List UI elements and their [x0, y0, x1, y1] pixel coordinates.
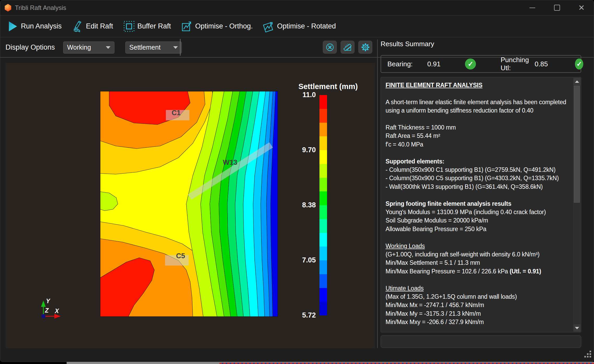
- colorbar: [319, 95, 327, 315]
- edit-raft-button[interactable]: Edit Raft: [72, 20, 113, 32]
- close-button[interactable]: ✕: [569, 0, 594, 15]
- colorbar-tick-label: 11.0: [287, 91, 316, 99]
- toolbar-item-label: Edit Raft: [86, 22, 113, 30]
- report-line: Soil Subgrade Modulus = 20000 kPa/m: [386, 216, 569, 225]
- colorbar-segment: [319, 302, 327, 315]
- colorbar-segment: [319, 246, 327, 260]
- load-case-value: Working: [67, 44, 106, 51]
- report-line: Spring footing finite element analysis r…: [386, 199, 569, 208]
- report-line: Raft Area = 55.44 m²: [386, 132, 569, 140]
- toolbar-item-label: Run Analysis: [21, 22, 62, 30]
- colorbar-segment: [319, 233, 327, 247]
- colorbar-segment: [319, 260, 327, 274]
- results-summary-title: Results Summary: [381, 40, 434, 48]
- punching-value: 0.85: [535, 60, 548, 68]
- background-window-border: [219, 363, 594, 364]
- punching-label: Punching Utl:: [500, 56, 531, 72]
- report-line: f'c = 40.0 MPa: [386, 140, 569, 149]
- app-window: Tribli Raft Analysis ✕ Run Analysis: [0, 0, 594, 362]
- maximize-button[interactable]: [545, 0, 569, 15]
- optimise-rotated-icon: [263, 20, 275, 32]
- colorbar-segment: [319, 150, 327, 164]
- column-label-C5: C5: [176, 252, 185, 260]
- gear-icon: [360, 42, 370, 52]
- buffer-raft-button[interactable]: Buffer Raft: [123, 20, 171, 32]
- minimize-button[interactable]: [520, 0, 545, 15]
- colorbar-tick-label: 7.05: [287, 256, 316, 264]
- report-panel[interactable]: FINITE ELEMENT RAFT ANALYSISA short-term…: [381, 77, 581, 332]
- measure-tool-button[interactable]: [341, 41, 354, 54]
- report-line: using a uniform bending stiffness reduct…: [386, 106, 569, 115]
- report-line: A short-term linear elastic finite eleme…: [386, 98, 569, 106]
- report-line: Min/Max Settlement = 5.1 / 11.3 mm: [386, 259, 569, 267]
- report-line: Working Loads: [386, 242, 569, 250]
- plot-panel[interactable]: C1C5W13 Settlement (mm) 11.09.708.387.05…: [5, 63, 375, 348]
- colorbar-segment: [319, 274, 327, 288]
- z-axis-dot: [41, 314, 45, 318]
- run-analysis-button[interactable]: Run Analysis: [7, 20, 62, 32]
- contour-plot[interactable]: C1C5W13: [100, 91, 278, 317]
- colorbar-segment: [319, 95, 327, 109]
- x-axis-label: X: [54, 308, 59, 314]
- result-type-dropdown[interactable]: Settlement: [125, 42, 182, 54]
- colorbar-tick-label: 8.38: [287, 201, 316, 209]
- report-line: [386, 191, 569, 199]
- colorbar-tick-label: 9.70: [287, 146, 316, 154]
- bearing-label: Bearing:: [387, 60, 413, 68]
- scroll-up-button[interactable]: [574, 78, 580, 85]
- report-line: Min/Max Bearing Pressure = 102.6 / 226.6…: [386, 267, 569, 275]
- play-icon: [7, 20, 19, 32]
- pass-check-icon: ✓: [465, 58, 476, 69]
- result-type-value: Settlement: [129, 44, 173, 51]
- colorbar-segment: [319, 178, 327, 192]
- toolbar-item-label: Optimise - Orthog.: [195, 22, 253, 30]
- results-summary-box: Bearing: 0.91 ✓ Punching Utl: 0.85 ✓: [381, 55, 581, 73]
- divider: [180, 39, 180, 56]
- status-box: [381, 335, 581, 348]
- panel-divider: [377, 39, 378, 348]
- report-line: FINITE ELEMENT RAFT ANALYSIS: [386, 81, 569, 89]
- report-line: [386, 275, 569, 284]
- scroll-down-button[interactable]: [574, 324, 580, 332]
- maximize-icon: [554, 5, 560, 11]
- buffer-raft-icon: [123, 20, 135, 32]
- column-label-C1: C1: [172, 109, 181, 117]
- toolbar: Run Analysis Edit Raft Buffer Raft: [0, 15, 594, 37]
- report-lines: FINITE ELEMENT RAFT ANALYSISA short-term…: [386, 81, 569, 332]
- colorbar-segment: [319, 191, 327, 205]
- bearing-value: 0.91: [427, 60, 441, 68]
- report-line: Supported elements:: [386, 157, 569, 166]
- report-line: (Max of 1.35G, 1.2G+1.5Q column and wall…: [386, 292, 569, 301]
- report-scrollbar[interactable]: [573, 78, 580, 332]
- report-line: (G+1.00Q, including raft self-weight wit…: [386, 250, 569, 259]
- report-line: [386, 233, 569, 242]
- pass-check-icon: ✓: [575, 58, 583, 69]
- deselect-tool-button[interactable]: [323, 41, 337, 54]
- colorbar-segment: [319, 109, 327, 123]
- report-line: [386, 326, 569, 332]
- optimise-orthogonal-button[interactable]: Optimise - Orthog.: [181, 20, 253, 32]
- resize-grip[interactable]: [583, 350, 591, 357]
- load-case-dropdown[interactable]: Working: [63, 42, 114, 54]
- punching-metric: Punching Utl: 0.85 ✓: [500, 56, 583, 72]
- chevron-down-icon: [173, 46, 178, 49]
- display-options-bar: Display Options Working Settlement: [0, 38, 594, 57]
- scrollbar-thumb[interactable]: [574, 86, 580, 203]
- wall-label-W13: W13: [223, 158, 237, 166]
- optimise-rotated-button[interactable]: Optimise - Rotated: [263, 20, 336, 32]
- chevron-down-icon: [106, 46, 110, 49]
- settings-tool-button[interactable]: [358, 41, 372, 54]
- colorbar-segment: [319, 288, 327, 302]
- desktop: Tribli Raft Analysis ✕ Run Analysis: [0, 0, 594, 364]
- report-line: - Column(350x900 C1 supporting B1) (G=27…: [386, 166, 569, 174]
- window-controls: ✕: [520, 0, 594, 15]
- minimize-icon: [529, 8, 535, 8]
- colorbar-segment: [319, 123, 327, 137]
- title-bar[interactable]: Tribli Raft Analysis ✕: [0, 0, 594, 15]
- edit-raft-icon: [72, 20, 84, 32]
- circle-x-icon: [325, 43, 335, 52]
- toolbar-item-label: Buffer Raft: [137, 22, 171, 30]
- report-line: - Wall(300thk W13 supporting B1) (G=361.…: [386, 183, 569, 191]
- report-line: Raft Thickness = 1000 mm: [386, 123, 569, 132]
- colorbar-title: Settlement (mm): [284, 82, 372, 91]
